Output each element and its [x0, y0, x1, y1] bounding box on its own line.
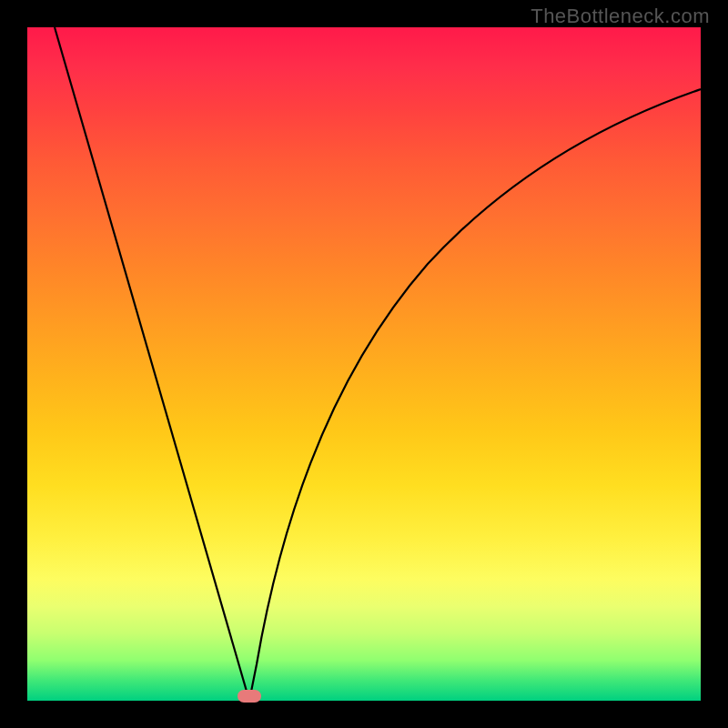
- minimum-marker: [238, 690, 261, 703]
- watermark-text: TheBottleneck.com: [531, 5, 710, 28]
- curve-left-branch: [55, 27, 249, 701]
- curve-svg: [27, 27, 701, 701]
- plot-area: [27, 27, 701, 701]
- curve-right-branch: [249, 89, 701, 701]
- chart-frame: TheBottleneck.com: [0, 0, 728, 728]
